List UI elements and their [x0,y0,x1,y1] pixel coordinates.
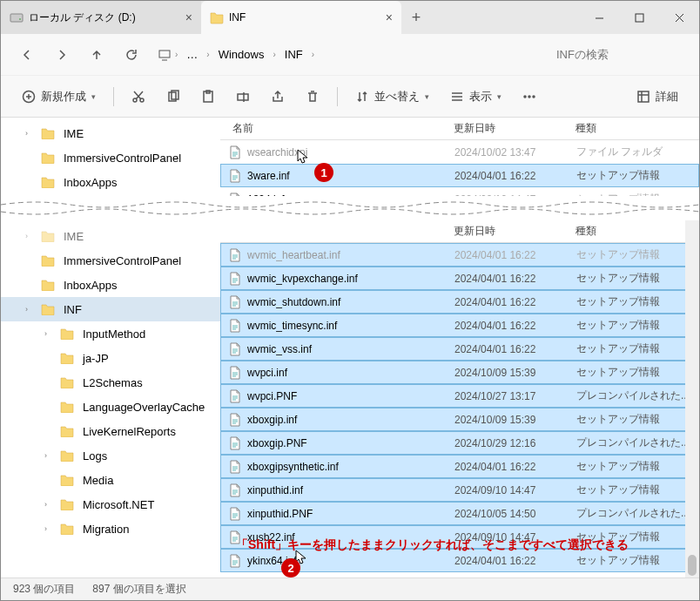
file-row[interactable]: xboxgip.PNF2024/10/29 12:16プレコンパイルされた... [220,431,699,455]
col-type[interactable]: 種類 [575,121,699,136]
file-row[interactable]: 1394.inf2024/09/10 14:47セットアップ情報 [220,187,699,196]
tree-item[interactable]: LiveKernelReports [1,419,220,443]
new-button[interactable]: 新規作成 ▾ [13,83,104,111]
list-scrollbar[interactable] [685,220,699,579]
file-row[interactable]: 3ware.inf2024/04/01 16:22セットアップ情報 [220,164,699,187]
delete-button[interactable] [297,83,328,111]
file-date: 2024/10/05 14:50 [454,508,576,520]
tree-item[interactable]: ImmersiveControlPanel [1,248,220,273]
file-icon [228,389,242,403]
up-button[interactable] [81,39,112,71]
folder-icon [41,176,55,188]
file-name: xboxgip.inf [247,414,454,426]
file-date: 2024/04/01 16:22 [454,170,576,182]
tree-label: LiveKernelReports [83,425,176,438]
file-type: セットアップ情報 [576,271,698,286]
tree-item[interactable]: ImmersiveControlPanel [1,145,220,170]
details-button[interactable]: 詳細 [628,83,687,111]
tree-item[interactable]: ›Logs [1,443,220,468]
breadcrumb[interactable]: › … › Windows › INF › [151,44,546,64]
sidebar[interactable]: ›IMEImmersiveControlPanelInboxApps [1,118,220,196]
file-icon [228,192,242,197]
file-row[interactable]: xboxgipsynthetic.inf2024/04/01 16:22セットア… [220,455,699,478]
callout-2: 2 [281,558,300,577]
more-button[interactable] [514,83,545,111]
file-list[interactable]: 名前 更新日時 種類 wsearchidxpi2024/10/02 13:47フ… [220,118,699,196]
file-row[interactable]: xinputhid.PNF2024/10/05 14:50プレコンパイルされた.… [220,502,699,525]
file-icon [228,319,242,333]
file-row[interactable]: wvpci.PNF2024/10/27 13:17プレコンパイルされた... [220,384,699,408]
tree-label: ja-JP [83,352,109,365]
tree-item[interactable]: ja-JP [1,346,220,370]
list-header[interactable]: 名前 更新日時 種類 [220,118,699,140]
tree-item[interactable]: ›IME [1,224,220,248]
tree-label: INF [64,303,82,316]
forward-button[interactable] [46,39,77,71]
tab-close-icon[interactable]: × [386,10,393,24]
breadcrumb-ellipsis[interactable]: … [181,44,203,64]
maximize-button[interactable] [619,1,659,34]
sidebar[interactable]: ›IMEImmersiveControlPanelInboxApps›INF›I… [1,220,220,579]
col-name[interactable]: 名前 [227,121,454,136]
file-row[interactable]: wvmic_shutdown.inf2024/04/01 16:22セットアップ… [220,290,699,314]
svg-rect-3 [159,51,170,57]
file-list[interactable]: 更新日時 種類 wvmic_heartbeat.inf2024/04/01 16… [220,220,699,579]
tree-label: Logs [83,449,107,463]
back-button[interactable] [11,39,43,71]
file-name: 1394.inf [247,193,454,197]
tree-item[interactable]: InboxApps [1,170,220,194]
view-button[interactable]: 表示 ▾ [441,83,510,111]
close-button[interactable] [659,1,699,34]
breadcrumb-part[interactable]: INF [279,44,308,64]
file-row[interactable]: wvmic_heartbeat.inf2024/04/01 16:22セットアッ… [220,243,699,267]
tree-item[interactable]: LanguageOverlayCache [1,395,220,419]
file-row[interactable]: xinputhid.inf2024/09/10 14:47セットアップ情報 [220,478,699,502]
file-icon [228,483,242,497]
tab-add-button[interactable]: + [401,1,431,34]
tab-active[interactable]: INF × [201,1,401,34]
copy-button[interactable] [158,83,189,111]
chevron-icon: › [44,329,57,338]
chevron-down-icon: ▾ [425,92,429,101]
minimize-button[interactable] [579,1,619,34]
share-button[interactable] [262,83,293,111]
file-icon [228,366,242,380]
tree-item[interactable]: Media [1,468,220,492]
cut-button[interactable] [123,83,154,111]
tree-item[interactable]: InboxApps [1,273,220,297]
file-type: セットアップ情報 [576,459,698,474]
file-type: セットアップ情報 [576,168,698,183]
paste-button[interactable] [192,83,224,111]
file-icon [228,554,242,568]
file-icon [228,460,242,474]
file-row[interactable]: xboxgip.inf2024/10/09 15:39セットアップ情報 [220,408,699,431]
file-type: セットアップ情報 [576,412,698,427]
tree-item[interactable]: L2Schemas [1,370,220,395]
file-row[interactable]: wvmic_kvpexchange.inf2024/04/01 16:22セット… [220,267,699,290]
chevron-right-icon: › [206,50,209,59]
file-type: ファイル フォルダ [576,145,698,159]
tab-inactive[interactable]: ローカル ディスク (D:) × [1,1,201,34]
search-input[interactable] [549,41,689,69]
file-row[interactable]: wvpci.inf2024/10/09 15:39セットアップ情報 [220,361,699,384]
refresh-button[interactable] [116,39,147,71]
list-header[interactable]: 更新日時 種類 [220,220,699,243]
file-row[interactable]: wsearchidxpi2024/10/02 13:47ファイル フォルダ [220,140,699,164]
tab-close-icon[interactable]: × [185,10,192,24]
tree-item[interactable]: ›IME [1,121,220,145]
tree-item[interactable]: ›Microsoft.NET [1,492,220,517]
breadcrumb-part[interactable]: Windows [213,44,270,64]
rename-button[interactable] [227,83,259,111]
file-date: 2024/10/09 15:39 [454,414,576,426]
sort-button[interactable]: 並べ替え ▾ [347,83,438,111]
sort-icon [355,90,369,104]
col-date[interactable]: 更新日時 [454,121,575,136]
tree-label: ImmersiveControlPanel [64,254,181,267]
tree-item[interactable]: ›INF [1,297,220,321]
tree-item[interactable]: ›InputMethod [1,321,220,346]
file-row[interactable]: wvmic_timesync.inf2024/04/01 16:22セットアップ… [220,314,699,337]
col-type[interactable]: 種類 [575,224,699,239]
file-row[interactable]: wvmic_vss.inf2024/04/01 16:22セットアップ情報 [220,337,699,361]
col-date[interactable]: 更新日時 [454,224,575,239]
tree-item[interactable]: ›Migration [1,517,220,541]
